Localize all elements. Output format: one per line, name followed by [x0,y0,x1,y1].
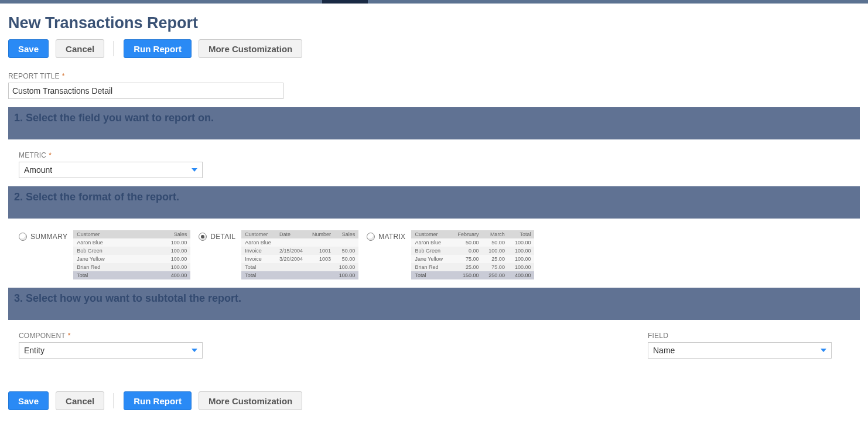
chevron-down-icon [821,349,826,352]
more-customization-button-bottom[interactable]: More Customization [199,391,302,410]
section-banner-2-text: 2. Select the format of the report. [14,191,179,203]
chevron-down-icon [192,168,197,172]
metric-label: METRIC* [19,151,860,159]
save-button[interactable]: Save [8,39,49,58]
toolbar-top: Save Cancel Run Report More Customizatio… [8,39,860,58]
subtotal-row: COMPONENT* Entity FIELD Name [8,332,860,359]
run-report-button[interactable]: Run Report [124,39,192,58]
matrix-preview-table: Customer February March Total Aaron Blue… [411,230,534,279]
field-select[interactable]: Name [648,342,832,359]
section-banner-1-text: 1. Select the field you want to report o… [14,112,214,124]
detail-label: DETAIL [210,233,235,241]
field-value: Name [653,346,675,355]
summary-label: SUMMARY [30,233,67,241]
summary-radio[interactable] [19,233,27,241]
component-select[interactable]: Entity [19,342,203,359]
section-banner-1: 1. Select the field you want to report o… [8,107,860,139]
section-banner-2: 2. Select the format of the report. [8,186,860,219]
format-option-summary: SUMMARY Customer Sales Aaron Blue100.00 … [19,230,190,279]
matrix-radio[interactable] [367,233,375,241]
active-nav-indicator [322,0,368,4]
format-options: SUMMARY Customer Sales Aaron Blue100.00 … [8,230,860,279]
section-banner-3: 3. Select how you want to subtotal the r… [8,288,860,320]
more-customization-button[interactable]: More Customization [199,39,302,58]
report-title-label: REPORT TITLE* [8,72,860,80]
chevron-down-icon [192,349,197,352]
save-button-bottom[interactable]: Save [8,391,49,410]
detail-radio[interactable] [199,233,207,241]
report-title-input[interactable] [8,83,283,99]
summary-preview-table: Customer Sales Aaron Blue100.00 Bob Gree… [73,230,190,279]
field-label: FIELD [648,332,832,340]
format-option-matrix: MATRIX Customer February March Total Aar… [367,230,534,279]
detail-preview-table: Customer Date Number Sales Aaron Blue In… [241,230,358,279]
format-option-detail: DETAIL Customer Date Number Sales Aaron … [199,230,358,279]
matrix-label: MATRIX [378,233,405,241]
component-label: COMPONENT* [19,332,203,340]
cancel-button[interactable]: Cancel [56,39,104,58]
toolbar-bottom: Save Cancel Run Report More Customizatio… [8,391,860,410]
cancel-button-bottom[interactable]: Cancel [56,391,104,410]
metric-value: Amount [24,165,52,175]
metric-select[interactable]: Amount [19,162,203,178]
toolbar-divider [114,393,114,408]
toolbar-divider [114,41,114,56]
run-report-button-bottom[interactable]: Run Report [124,391,192,410]
component-value: Entity [24,346,45,355]
section-banner-3-text: 3. Select how you want to subtotal the r… [14,292,241,304]
page-title: New Transactions Report [8,14,860,32]
